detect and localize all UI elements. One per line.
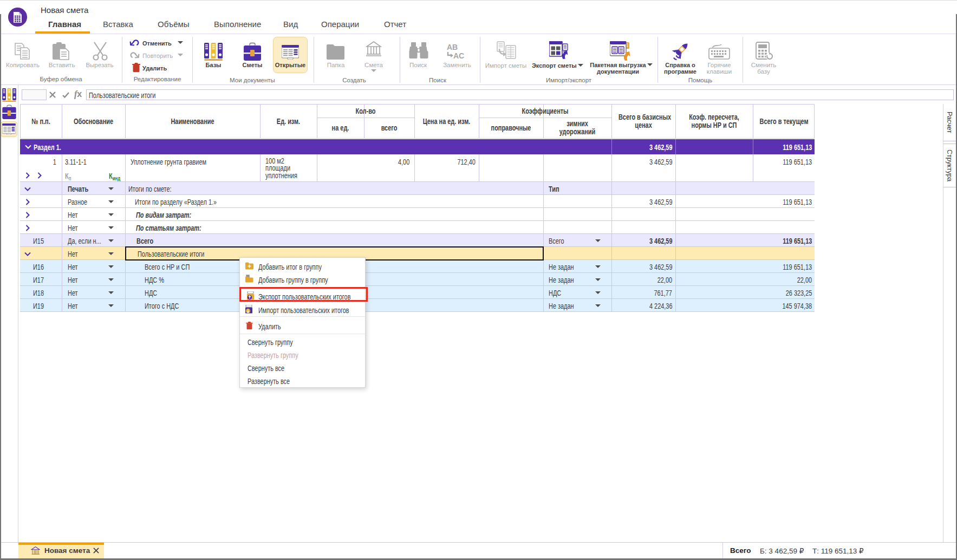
svg-text:AB: AB <box>447 43 458 51</box>
svg-text:AC: AC <box>453 51 464 60</box>
